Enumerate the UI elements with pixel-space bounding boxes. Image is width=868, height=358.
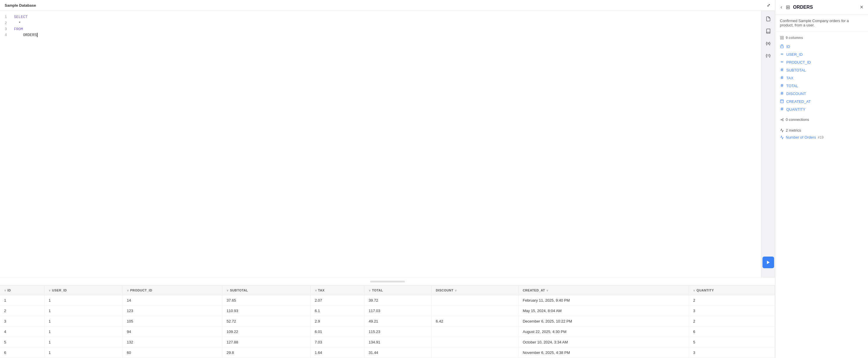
cell-quantity: 5 — [689, 337, 775, 348]
cell-quantity: 3 — [689, 306, 775, 316]
col-type-icon — [780, 52, 784, 57]
col-type-icon — [780, 84, 784, 88]
column-item-user_id[interactable]: USER_ID — [780, 51, 863, 58]
column-item-created_at[interactable]: CREATED_AT — [780, 98, 863, 105]
svg-point-6 — [781, 54, 782, 55]
editor-header: Sample Database ⤢ — [0, 0, 775, 11]
cell-tax: 7.03 — [310, 337, 365, 348]
column-item-subtotal[interactable]: SUBTOTAL — [780, 66, 863, 74]
cell-tax: 6.01 — [310, 327, 365, 337]
col-header-id[interactable]: ∨ ID — [0, 286, 44, 295]
cell-discount — [432, 327, 519, 337]
columns-count-label: 9 columns — [780, 36, 863, 40]
svg-rect-1 — [780, 36, 782, 37]
cell-total: 39.72 — [365, 295, 432, 306]
cell-created_at: November 6, 2025, 4:38 PM — [519, 348, 689, 358]
cell-quantity: 2 — [689, 316, 775, 327]
column-item-id[interactable]: ID — [780, 43, 863, 51]
cell-id: 4 — [0, 327, 44, 337]
cell-product_id: 60 — [123, 348, 222, 358]
editor-area[interactable]: 1 2 3 4 SELECT * FROM ORDERS — [0, 11, 761, 278]
svg-line-22 — [781, 92, 782, 95]
svg-rect-24 — [780, 100, 784, 103]
metric-icon — [780, 135, 784, 139]
cell-tax: 6.1 — [310, 306, 365, 316]
svg-rect-3 — [780, 38, 782, 39]
col-name: DISCOUNT — [786, 92, 806, 96]
svg-point-34 — [782, 120, 783, 121]
svg-line-18 — [781, 84, 782, 87]
results-area[interactable]: ∨ ID ∨ USER_ID ∨ PRODUCT_ID — [0, 285, 775, 358]
svg-line-14 — [781, 76, 782, 79]
cell-created_at: August 22, 2025, 4:30 PM — [519, 327, 689, 337]
col-header-user-id[interactable]: ∨ USER_ID — [44, 286, 123, 295]
col-type-icon — [780, 99, 784, 104]
metric-item[interactable]: Number of Orders #19 — [780, 134, 863, 140]
column-item-product_id[interactable]: PRODUCT_ID — [780, 58, 863, 66]
col-header-subtotal[interactable]: ∨ SUBTOTAL — [222, 286, 310, 295]
svg-point-7 — [781, 61, 782, 63]
col-header-quantity[interactable]: ∨ QUANTITY — [689, 286, 775, 295]
col-header-product-id[interactable]: ∨ PRODUCT_ID — [123, 286, 222, 295]
right-panel-header: ‹ ⊞ ORDERS × — [775, 0, 868, 14]
col-header-total[interactable]: ∨ TOTAL — [365, 286, 432, 295]
connections-section: 0 connections — [775, 118, 868, 126]
col-type-icon — [780, 60, 784, 65]
cell-total: 134.91 — [365, 337, 432, 348]
svg-rect-5 — [780, 46, 784, 48]
table-header-row: ∨ ID ∨ USER_ID ∨ PRODUCT_ID — [0, 286, 775, 295]
col-header-tax[interactable]: ∨ TAX — [310, 286, 365, 295]
svg-point-33 — [782, 118, 783, 119]
cell-discount — [432, 337, 519, 348]
variable-icon-btn[interactable]: {x} — [764, 39, 773, 48]
equals-icon-btn[interactable]: {=} — [764, 51, 773, 60]
col-header-created-at[interactable]: CREATED_AT ∨ — [519, 286, 689, 295]
run-button[interactable] — [763, 257, 774, 268]
code-content: SELECT * FROM ORDERS — [14, 14, 756, 38]
col-header-discount[interactable]: DISCOUNT ∨ — [432, 286, 519, 295]
horizontal-scrollbar[interactable] — [370, 281, 405, 283]
back-button[interactable]: ‹ — [780, 3, 783, 11]
cell-id: 5 — [0, 337, 44, 348]
close-button[interactable]: × — [860, 4, 863, 10]
cell-total: 49.21 — [365, 316, 432, 327]
cell-created_at: February 11, 2025, 9:40 PM — [519, 295, 689, 306]
metrics-list: Number of Orders #19 — [780, 134, 863, 140]
grid-icon: ⊞ — [786, 4, 790, 10]
cell-id: 6 — [0, 348, 44, 358]
column-item-tax[interactable]: TAX — [780, 74, 863, 82]
cell-user_id: 1 — [44, 306, 123, 316]
cell-user_id: 1 — [44, 348, 123, 358]
table-row: 51132127.887.03134.91October 10, 2024, 3… — [0, 337, 775, 348]
cell-product_id: 94 — [123, 327, 222, 337]
column-item-quantity[interactable]: QUANTITY — [780, 105, 863, 113]
table-row: 3110552.722.949.216.42December 6, 2025, … — [0, 316, 775, 327]
book-icon-btn[interactable] — [764, 27, 773, 36]
cell-user_id: 1 — [44, 337, 123, 348]
cell-subtotal: 127.88 — [222, 337, 310, 348]
metrics-section: 2 metrics Number of Orders #19 — [775, 126, 868, 143]
cell-quantity: 3 — [689, 348, 775, 358]
cell-subtotal: 37.65 — [222, 295, 310, 306]
cell-discount — [432, 295, 519, 306]
cell-subtotal: 52.72 — [222, 316, 310, 327]
compress-icon[interactable]: ⤢ — [767, 3, 770, 7]
cell-total: 115.23 — [365, 327, 432, 337]
cell-product_id: 105 — [123, 316, 222, 327]
col-name: CREATED_AT — [786, 99, 811, 104]
column-item-total[interactable]: TOTAL — [780, 82, 863, 90]
cell-id: 1 — [0, 295, 44, 306]
cell-id: 3 — [0, 316, 44, 327]
cell-product_id: 123 — [123, 306, 222, 316]
cell-discount: 6.42 — [432, 316, 519, 327]
file-icon-btn[interactable] — [764, 14, 773, 24]
col-type-icon — [780, 44, 784, 49]
column-item-discount[interactable]: DISCOUNT — [780, 90, 863, 98]
toolbar: {x} {=} — [761, 11, 775, 278]
svg-rect-2 — [782, 36, 783, 37]
database-title: Sample Database — [5, 3, 36, 7]
svg-marker-0 — [767, 261, 770, 264]
svg-line-10 — [781, 68, 782, 71]
svg-point-32 — [781, 119, 782, 120]
line-numbers: 1 2 3 4 — [5, 14, 7, 38]
